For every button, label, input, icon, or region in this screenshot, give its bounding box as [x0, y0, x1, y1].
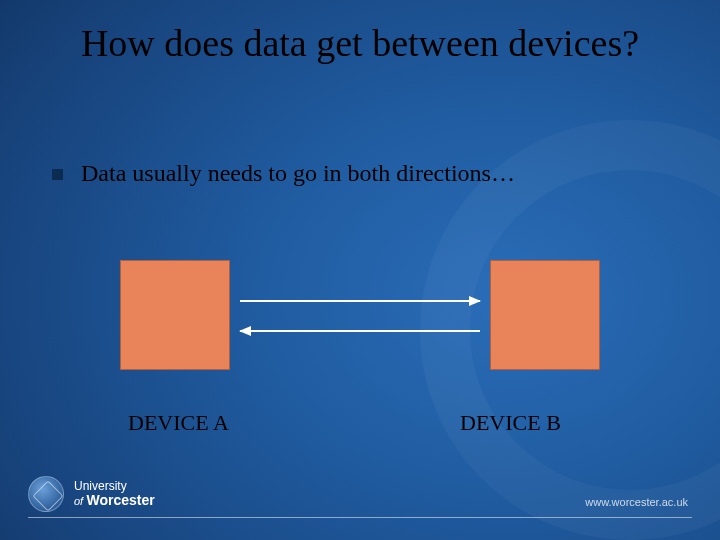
- data-flow-diagram: [110, 260, 610, 420]
- logo-line3: Worcester: [87, 492, 155, 508]
- logo-line2: of: [74, 495, 83, 507]
- footer-divider: [28, 517, 692, 518]
- device-b-box: [490, 260, 600, 370]
- slide-footer: University of Worcester www.worcester.ac…: [28, 460, 692, 518]
- arrow-right-icon: [240, 300, 480, 302]
- arrow-group: [240, 288, 480, 348]
- slide-title: How does data get between devices?: [0, 22, 720, 66]
- university-logo: University of Worcester: [28, 476, 155, 512]
- arrow-left-icon: [240, 330, 480, 332]
- device-a-box: [120, 260, 230, 370]
- crest-icon: [28, 476, 64, 512]
- device-b-label: DEVICE B: [460, 410, 561, 436]
- bullet-text: Data usually needs to go in both directi…: [81, 160, 515, 187]
- device-a-label: DEVICE A: [128, 410, 229, 436]
- slide: How does data get between devices? Data …: [0, 0, 720, 540]
- square-bullet-icon: [52, 169, 63, 180]
- footer-url: www.worcester.ac.uk: [585, 496, 688, 508]
- logo-text: University of Worcester: [74, 480, 155, 509]
- bullet-item: Data usually needs to go in both directi…: [52, 160, 680, 187]
